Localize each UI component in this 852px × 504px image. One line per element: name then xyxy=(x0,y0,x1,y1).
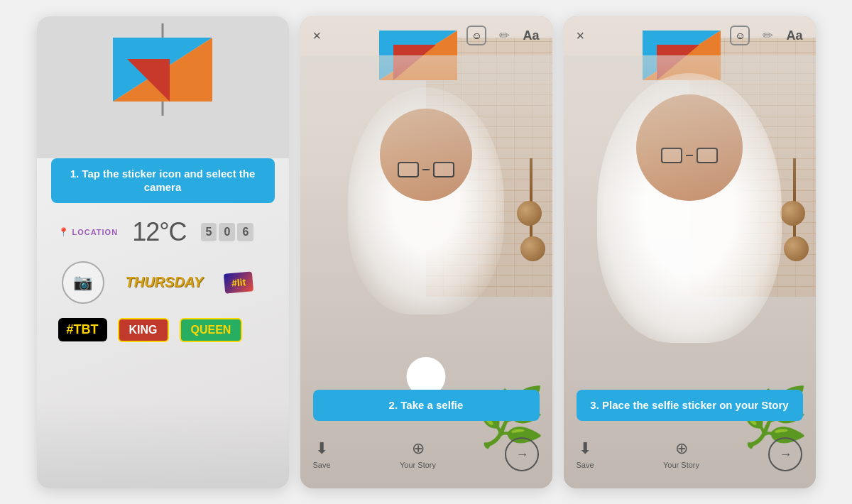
glasses-3 xyxy=(661,148,718,163)
selfie-sticker-placed xyxy=(597,73,782,343)
your-story-action-2[interactable]: ⊕ Your Story xyxy=(400,439,436,469)
save-icon-2: ⬇ xyxy=(315,439,328,458)
next-button-2[interactable]: → xyxy=(505,437,539,471)
screen-1: 1. Tap the sticker icon and select the c… xyxy=(37,16,289,488)
glass-left-3 xyxy=(661,148,682,163)
save-action-2[interactable]: ⬇ Save xyxy=(313,439,331,469)
camera-icon: 📷 xyxy=(73,273,92,292)
glass-bridge-3 xyxy=(686,155,693,156)
lamp-ball-top-2 xyxy=(517,201,542,226)
queen-sticker: QUEEN xyxy=(180,318,243,342)
person-head-3 xyxy=(636,94,743,201)
top-icons-3: ☺ ✏ Aa xyxy=(730,26,802,45)
pen-icon-2[interactable]: ✏ xyxy=(499,28,510,43)
screens-container: 1. Tap the sticker icon and select the c… xyxy=(23,2,830,503)
pin-icon: 📍 xyxy=(58,227,70,237)
hashtag-sticker: #lit xyxy=(224,271,254,293)
screen-2: 🌿 × ☺ ✏ Aa 2. Take a selfie xyxy=(300,16,552,488)
photo-scene-2: 🌿 × ☺ ✏ Aa 2. Take a selfie xyxy=(300,16,552,488)
glasses-2 xyxy=(398,162,454,177)
your-story-label-3: Your Story xyxy=(663,461,699,469)
glass-bridge-2 xyxy=(422,169,430,170)
save-label-2: Save xyxy=(313,461,331,469)
aa-button-3[interactable]: Aa xyxy=(786,28,802,43)
bottom-bar-2: ⬇ Save ⊕ Your Story → xyxy=(300,428,552,488)
screen-3: 🌿 × ☺ ✏ Aa 3. Place the selfie sticker o… xyxy=(564,16,816,488)
top-bar-2: × ☺ ✏ Aa xyxy=(300,16,552,55)
top-icons-2: ☺ ✏ Aa xyxy=(466,26,539,45)
step1-callout: 1. Tap the sticker icon and select the c… xyxy=(51,158,275,203)
close-button-3[interactable]: × xyxy=(577,28,585,44)
lamp-ball-bottom-2 xyxy=(520,236,545,261)
thursday-sticker: THURSDAY xyxy=(126,274,204,290)
lamp-ball-bottom-3 xyxy=(784,236,809,261)
aa-button-2[interactable]: Aa xyxy=(523,28,539,43)
next-button-3[interactable]: → xyxy=(768,437,802,471)
close-button-2[interactable]: × xyxy=(313,28,322,44)
glass-right-3 xyxy=(697,148,718,163)
step3-label: 3. Place the selfie sticker on your Stor… xyxy=(577,390,803,421)
glass-right-2 xyxy=(433,162,454,177)
save-icon-3: ⬇ xyxy=(579,439,591,458)
top-bar-3: × ☺ ✏ Aa xyxy=(564,16,816,55)
glass-left-2 xyxy=(398,162,419,177)
digit-0: 0 xyxy=(219,223,235,241)
bottom-bar-3: ⬇ Save ⊕ Your Story → xyxy=(564,428,816,488)
temperature-sticker: 12°C xyxy=(132,217,186,247)
tbt-sticker: #TBT xyxy=(58,318,107,341)
camera-sticker[interactable]: 📷 xyxy=(62,261,104,304)
location-text: LOCATION xyxy=(72,228,119,236)
step2-label: 2. Take a selfie xyxy=(313,390,540,421)
digit-6: 6 xyxy=(237,223,253,241)
your-story-action-3[interactable]: ⊕ Your Story xyxy=(663,439,699,469)
photo-scene-3: 🌿 × ☺ ✏ Aa 3. Place the selfie sticker o… xyxy=(564,16,816,488)
digit-5: 5 xyxy=(201,223,217,241)
save-action-3[interactable]: ⬇ Save xyxy=(577,439,594,469)
camera-row: 📷 THURSDAY #lit xyxy=(51,261,275,304)
person-head-2 xyxy=(380,109,472,201)
blur-overlay xyxy=(37,403,289,488)
sticker-row-1: 📍 LOCATION 12°C 5 0 6 xyxy=(51,217,275,247)
your-story-icon-2: ⊕ xyxy=(412,439,425,458)
king-sticker: KING xyxy=(118,318,169,342)
your-story-label-2: Your Story xyxy=(400,461,436,469)
location-sticker: 📍 LOCATION xyxy=(58,227,119,237)
flag-red xyxy=(127,59,170,102)
flag-shape xyxy=(113,38,212,102)
lamp-ball-top-3 xyxy=(780,201,805,226)
your-story-icon-3: ⊕ xyxy=(675,439,688,458)
countdown-sticker: 5 0 6 xyxy=(201,223,254,241)
sticker-icon-2[interactable]: ☺ xyxy=(466,26,486,45)
selfie-cutout-2 xyxy=(348,87,504,314)
pen-icon-3[interactable]: ✏ xyxy=(763,28,773,43)
sticker-row-2: #TBT KING QUEEN xyxy=(51,318,275,342)
sticker-panel: 1. Tap the sticker icon and select the c… xyxy=(37,151,289,349)
save-label-3: Save xyxy=(577,461,594,469)
screen1-top-area xyxy=(37,16,289,158)
sticker-icon-3[interactable]: ☺ xyxy=(730,26,750,45)
